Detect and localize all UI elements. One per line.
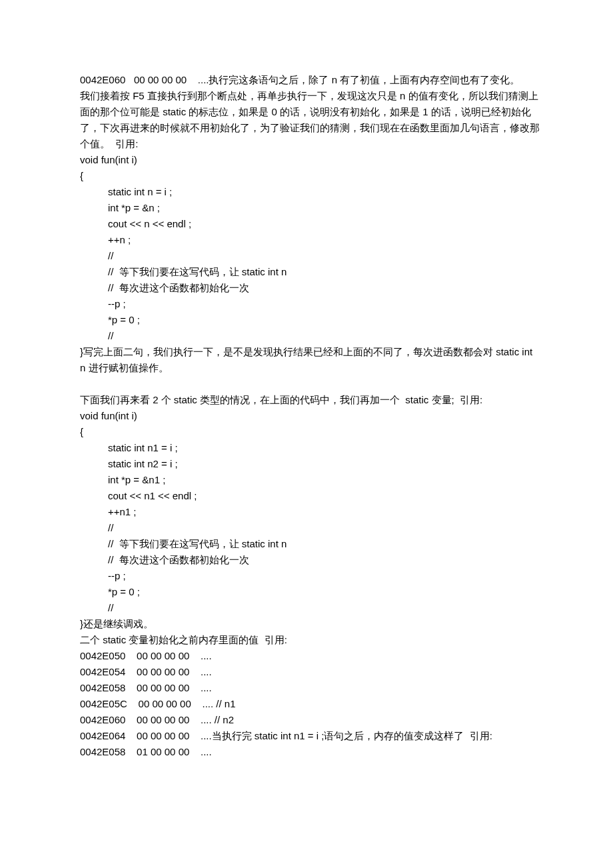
- code-line-func-decl-2: void fun(int i): [80, 408, 540, 424]
- text-line-after-func-2: }还是继续调戏。: [80, 616, 540, 632]
- mem-line-3: 0042E058 00 00 00 00 ....: [80, 680, 540, 696]
- code-line-cout-2: cout << n1 << endl ;: [80, 488, 540, 504]
- text-line-two-static: 下面我们再来看 2 个 static 类型的情况，在上面的代码中，我们再加一个 …: [80, 392, 540, 408]
- code-line-comment-2c: // 每次进这个函数都初始化一次: [80, 552, 540, 568]
- text-line-after-func-1: }写完上面二句，我们执行一下，是不是发现执行结果已经和上面的不同了，每次进函数都…: [80, 344, 540, 376]
- code-line-brace-open-2: {: [80, 424, 540, 440]
- code-line-ptr-1: int *p = &n ;: [80, 200, 540, 216]
- code-line-assign-1: *p = 0 ;: [80, 312, 540, 328]
- code-line-brace-open-1: {: [80, 168, 540, 184]
- text-line-1: 0042E060 00 00 00 00 ....执行完这条语句之后，除了 n …: [80, 72, 540, 88]
- code-line-decp-1: --p ;: [80, 296, 540, 312]
- mem-line-2: 0042E054 00 00 00 00 ....: [80, 664, 540, 680]
- mem-line-4: 0042E05C 00 00 00 00 .... // n1: [80, 696, 540, 712]
- mem-line-6: 0042E064 00 00 00 00 ....当执行完 static int…: [80, 728, 540, 744]
- code-line-static-n: static int n = i ;: [80, 184, 540, 200]
- mem-line-1: 0042E050 00 00 00 00 ....: [80, 648, 540, 664]
- text-line-mem-before: 二个 static 变量初始化之前内存里面的值 引用:: [80, 632, 540, 648]
- code-line-static-n1: static int n1 = i ;: [80, 440, 540, 456]
- code-line-comment-1c: // 每次进这个函数都初始化一次: [80, 280, 540, 296]
- code-line-static-n2: static int n2 = i ;: [80, 456, 540, 472]
- mem-line-7: 0042E058 01 00 00 00 ....: [80, 744, 540, 760]
- code-line-incn-1: ++n ;: [80, 232, 540, 248]
- code-line-incn-2: ++n1 ;: [80, 504, 540, 520]
- code-line-comment-2b: // 等下我们要在这写代码，让 static int n: [80, 536, 540, 552]
- code-line-assign-2: *p = 0 ;: [80, 584, 540, 600]
- text-line-2: 我们接着按 F5 直接执行到那个断点处，再单步执行一下，发现这次只是 n 的值有…: [80, 88, 540, 152]
- code-line-comment-2d: //: [80, 600, 540, 616]
- code-line-cout-1: cout << n << endl ;: [80, 216, 540, 232]
- code-line-decp-2: --p ;: [80, 568, 540, 584]
- code-line-comment-1d: //: [80, 328, 540, 344]
- mem-line-5: 0042E060 00 00 00 00 .... // n2: [80, 712, 540, 728]
- code-line-ptr-2: int *p = &n1 ;: [80, 472, 540, 488]
- code-line-comment-1a: //: [80, 248, 540, 264]
- code-line-func-decl-1: void fun(int i): [80, 152, 540, 168]
- blank-line-1: [80, 376, 540, 392]
- code-line-comment-2a: //: [80, 520, 540, 536]
- code-line-comment-1b: // 等下我们要在这写代码，让 static int n: [80, 264, 540, 280]
